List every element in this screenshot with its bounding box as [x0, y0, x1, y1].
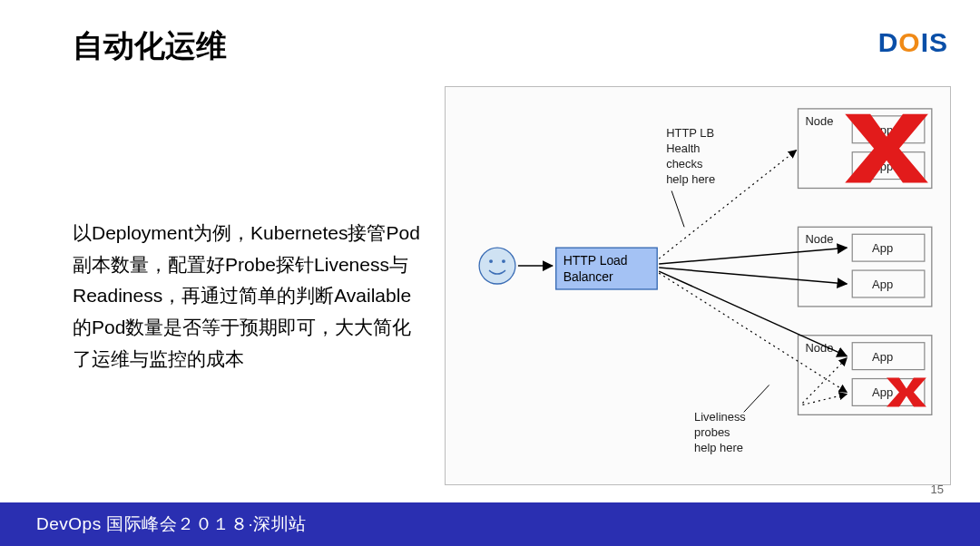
- arrow-dotted-lb-to-app3b: [659, 273, 847, 392]
- svg-point-1: [489, 259, 493, 263]
- svg-text:App: App: [872, 350, 893, 364]
- arrow-dotted-probe-to-app3b: [802, 394, 847, 405]
- arrow-lb-to-app3a: [659, 271, 847, 356]
- http-load-balancer: HTTP Load Balancer: [556, 248, 657, 289]
- annotation-http-lb-health: HTTP LB Health checks help here: [666, 126, 715, 186]
- logo-i: I: [921, 27, 929, 58]
- body-paragraph: 以Deployment为例，Kubernetes接管Pod副本数量，配置好Pro…: [73, 218, 426, 375]
- dois-logo: D O I S: [878, 27, 948, 58]
- svg-text:Health: Health: [666, 141, 700, 155]
- svg-text:probes: probes: [694, 425, 730, 439]
- svg-text:help here: help here: [694, 441, 743, 454]
- user-smiley-icon: [479, 248, 515, 284]
- logo-d: D: [878, 27, 899, 58]
- logo-o: O: [898, 27, 920, 58]
- footer-text: DevOps 国际峰会２０１８·深圳站: [36, 512, 307, 536]
- annotation-liveliness-probes: Liveliness probes help here: [694, 410, 746, 454]
- svg-text:App: App: [872, 241, 893, 255]
- node-2: Node App App: [798, 227, 931, 307]
- lb-line1: HTTP Load: [564, 253, 628, 268]
- svg-text:HTTP LB: HTTP LB: [666, 126, 714, 140]
- svg-line-8: [671, 190, 684, 227]
- page-number: 15: [931, 483, 944, 496]
- svg-point-2: [502, 259, 505, 263]
- svg-text:Node: Node: [805, 232, 833, 246]
- svg-line-12: [744, 385, 769, 413]
- arrow-dotted-probe-to-app3a: [802, 358, 847, 404]
- lb-line2: Balancer: [564, 269, 613, 284]
- svg-text:App: App: [872, 385, 893, 399]
- architecture-diagram: HTTP Load Balancer HTTP LB Health checks…: [445, 86, 951, 485]
- diagram-svg: HTTP Load Balancer HTTP LB Health checks…: [446, 87, 950, 484]
- svg-text:App: App: [872, 278, 893, 291]
- svg-text:Liveliness: Liveliness: [694, 410, 746, 424]
- arrow-lb-to-app2b: [659, 268, 847, 284]
- logo-s: S: [929, 27, 948, 58]
- svg-text:help here: help here: [666, 172, 715, 186]
- footer-bar: DevOps 国际峰会２０１８·深圳站: [0, 502, 980, 546]
- svg-text:checks: checks: [666, 157, 702, 171]
- arrow-lb-to-app2a: [659, 248, 847, 264]
- svg-point-0: [479, 248, 515, 284]
- svg-text:Node: Node: [805, 114, 833, 128]
- slide-title: 自动化运维: [73, 25, 227, 67]
